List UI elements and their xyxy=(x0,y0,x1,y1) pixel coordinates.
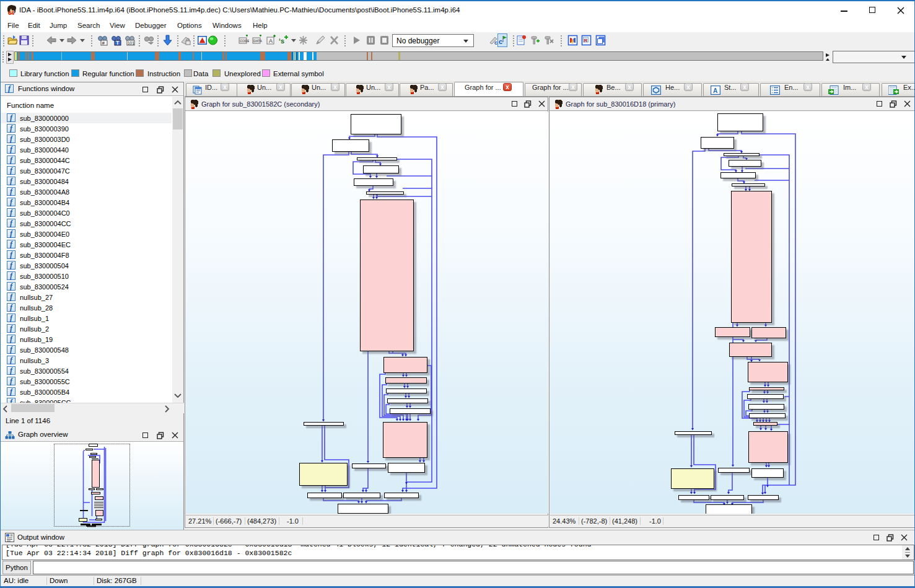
svg-text:A: A xyxy=(713,87,717,94)
svg-text:g: g xyxy=(571,38,574,43)
svg-text:T: T xyxy=(116,40,120,46)
svg-text:64: 64 xyxy=(8,10,14,15)
svg-text:‘s: ‘s xyxy=(279,37,284,45)
svg-text:R: R xyxy=(584,38,588,43)
svg-text:#: # xyxy=(102,40,105,46)
svg-text:DATA: DATA xyxy=(253,39,262,43)
svg-text:101: 101 xyxy=(128,41,134,45)
svg-text:CODE: CODE xyxy=(240,39,249,43)
svg-text:A: A xyxy=(269,38,273,44)
svg-text:c: c xyxy=(499,38,502,45)
